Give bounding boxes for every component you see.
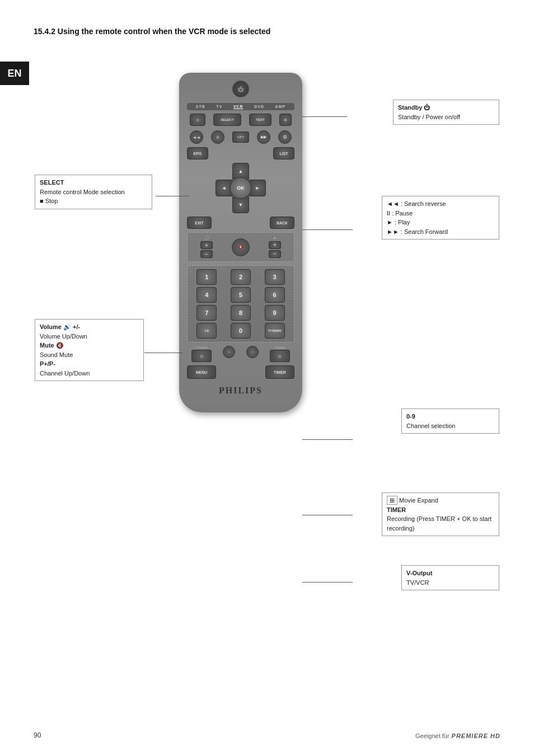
- select-title: SELECT: [40, 179, 64, 186]
- movie-connector-line: [302, 515, 353, 515]
- pause-label: II : Pause: [387, 209, 494, 218]
- mode-stb[interactable]: STB: [196, 105, 205, 109]
- tv-radio-button[interactable]: TV RADIO: [265, 323, 285, 339]
- vformat-label: V-Format: [196, 346, 208, 349]
- mode-dvd[interactable]: DVD: [254, 105, 264, 109]
- volume-title: Volume 🔊 +/-: [40, 323, 80, 330]
- rewind-button[interactable]: ◄◄: [190, 130, 203, 144]
- numpad-row-3: 7 8 9: [191, 305, 291, 321]
- voutput-annotation: V-Output TV/VCR: [401, 565, 499, 590]
- brand-prefix: Geeignet für: [415, 732, 449, 739]
- movie-icon: ⊞: [387, 496, 397, 505]
- mute-title: Mute 🔇: [40, 342, 64, 349]
- voutput-title: V-Output: [406, 570, 432, 576]
- vformat-button[interactable]: ⊡: [191, 350, 212, 362]
- num-1-button[interactable]: 1: [196, 269, 217, 285]
- play-label: ► : Play: [387, 218, 494, 227]
- movie-annotation: ⊞ Movie Expand TIMER Recording (Press TI…: [382, 492, 499, 536]
- func-circle-1[interactable]: ○: [223, 346, 235, 358]
- remote-body: ⏻ STB TV VCR DVD AMP ◻ SELECT TEXT ≡ ◄◄ …: [179, 73, 302, 412]
- vol-ch-section: 🔊 + − 🔇 P + −: [187, 232, 294, 262]
- num-3-button[interactable]: 3: [265, 269, 285, 285]
- transport-annotation: ◄◄ : Search reverse II : Pause ► : Play …: [382, 196, 499, 240]
- num-6-button[interactable]: 6: [265, 287, 285, 303]
- volume-up-button[interactable]: +: [200, 241, 213, 249]
- voutput-button[interactable]: ⊡: [270, 350, 290, 362]
- exit-back-row: EXIT BACK: [187, 217, 294, 229]
- list-button[interactable]: LIST: [273, 147, 294, 159]
- select-connector-line: [156, 196, 189, 196]
- transport-row: ◄◄ II OPT ▶▶ ⚙: [187, 130, 294, 144]
- standby-title: Standby ⏻: [398, 104, 430, 111]
- voutput-label: V-Output: [274, 346, 285, 349]
- opt-button[interactable]: OPT: [232, 132, 249, 143]
- pause-button[interactable]: II: [211, 130, 224, 144]
- select-line2: ■ Stop: [40, 198, 58, 204]
- num-4-button[interactable]: 4: [196, 287, 217, 303]
- numpad-row-1: 1 2 3: [191, 269, 291, 285]
- power-button[interactable]: ⏻: [232, 81, 249, 97]
- select-annotation: SELECT Remote control Mode selection ■ S…: [35, 175, 152, 209]
- philips-logo: PHILIPS: [219, 386, 263, 396]
- select-button-label[interactable]: SELECT: [213, 114, 241, 126]
- mode-amp[interactable]: AMP: [275, 105, 286, 109]
- brand-footer: Geeignet für PREMIERE HD: [415, 732, 500, 739]
- num-2-button[interactable]: 2: [231, 269, 251, 285]
- vformat-group: V-Format ⊡: [191, 346, 212, 362]
- exit-button[interactable]: EXIT: [187, 217, 212, 229]
- num-7-button[interactable]: 7: [196, 305, 217, 321]
- mode-row[interactable]: STB TV VCR DVD AMP: [187, 103, 294, 110]
- volume-column: 🔊 + −: [200, 236, 213, 258]
- channel-down-button[interactable]: −: [269, 250, 281, 258]
- volume-down-button[interactable]: −: [200, 250, 213, 258]
- voutput-group: V-Output ⊡: [270, 346, 290, 362]
- standby-desc: Standby / Power on/off: [398, 114, 460, 120]
- settings-button[interactable]: ⚙: [278, 130, 292, 144]
- ok-button[interactable]: OK: [229, 177, 252, 199]
- select-line1: Remote control Mode selection: [40, 189, 125, 195]
- brand-name: PREMIERE HD: [452, 732, 500, 739]
- mode-vcr[interactable]: VCR: [233, 105, 243, 109]
- movie-title: Movie Expand: [399, 497, 438, 504]
- timer-button[interactable]: TIMER: [265, 365, 294, 379]
- num-0-button[interactable]: 0: [231, 323, 251, 339]
- epg-button[interactable]: EPG: [187, 147, 208, 159]
- i-ii-button[interactable]: I-II: [196, 323, 217, 339]
- volume-annotation: Volume 🔊 +/- Volume Up/Down Mute 🔇 Sound…: [35, 319, 144, 381]
- channel-icon: P: [274, 237, 276, 240]
- standby-annotation: Standby ⏻ Standby / Power on/off: [393, 100, 499, 125]
- channel-column: P + −: [269, 237, 281, 258]
- epg-list-row: EPG LIST: [187, 147, 294, 159]
- channel-connector-line: [302, 439, 353, 440]
- channel-annotation: 0-9 Channel selection: [401, 408, 499, 434]
- channel-desc: Channel selection: [406, 422, 455, 429]
- remote-control: ⏻ STB TV VCR DVD AMP ◻ SELECT TEXT ≡ ◄◄ …: [179, 73, 302, 412]
- mode-tv[interactable]: TV: [216, 105, 222, 109]
- numpad-row-2: 4 5 6: [191, 287, 291, 303]
- select-button[interactable]: ◻: [190, 114, 205, 126]
- timer-desc: Recording (Press TIMER + OK to start rec…: [387, 515, 491, 532]
- select-text-row: ◻ SELECT TEXT ≡: [187, 114, 294, 126]
- search-reverse-label: ◄◄ : Search reverse: [387, 199, 494, 209]
- num-9-button[interactable]: 9: [265, 305, 285, 321]
- func-row: V-Format ⊡ ○ ○ V-Output ⊡: [187, 346, 294, 362]
- text-button[interactable]: TEXT: [249, 114, 271, 126]
- pplus-title: P+/P-: [40, 360, 55, 367]
- power-row: ⏻: [187, 81, 294, 97]
- func-circle-2[interactable]: ○: [246, 346, 259, 358]
- volume-connector-line: [144, 353, 182, 353]
- dpad: ▲ ▼ ◄ ► OK: [216, 163, 266, 213]
- mute-button[interactable]: 🔇: [232, 238, 250, 256]
- voutput-connector-line: [302, 582, 353, 583]
- numpad-row-4: I-II 0 TV RADIO: [191, 323, 291, 339]
- extra-button[interactable]: ≡: [279, 114, 292, 126]
- pplus-desc: Channel Up/Down: [40, 370, 90, 377]
- back-button[interactable]: BACK: [270, 217, 294, 229]
- menu-button[interactable]: MENU: [187, 365, 216, 379]
- num-5-button[interactable]: 5: [231, 287, 251, 303]
- page-title: 15.4.2 Using the remote control when the…: [34, 27, 270, 36]
- ff-button[interactable]: ▶▶: [257, 130, 270, 144]
- channel-up-button[interactable]: +: [269, 241, 281, 249]
- channel-title: 0-9: [406, 413, 415, 420]
- num-8-button[interactable]: 8: [231, 305, 251, 321]
